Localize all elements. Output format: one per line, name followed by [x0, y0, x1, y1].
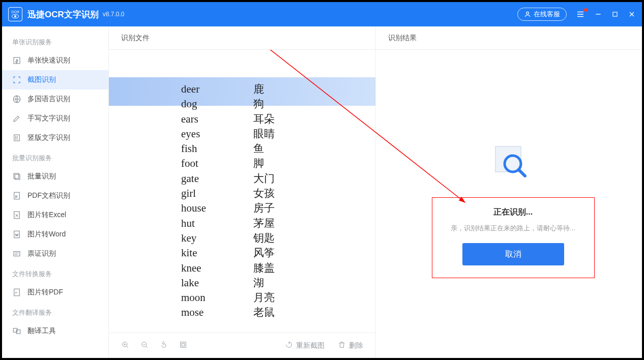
sidebar-item-single-quick[interactable]: 单张快速识别 [2, 51, 108, 70]
sidebar-item-handwriting[interactable]: 手写文字识别 [2, 109, 108, 128]
table-row: eyes眼睛 [181, 127, 275, 141]
sidebar-item-vertical[interactable]: 竖版文字识别 [2, 128, 108, 147]
sidebar-item-label: 票证识别 [27, 249, 56, 258]
svg-rect-16 [14, 212, 20, 219]
table-row: mose老鼠 [181, 306, 275, 319]
sidebar-item-label: 翻译工具 [27, 326, 56, 336]
file-toolbar: 重新截图 删除 [109, 333, 375, 358]
word-en: knee [181, 261, 252, 275]
progress-subtitle: 亲，识别结果正在来的路上，请耐心等待... [441, 224, 586, 233]
screenshot-icon [12, 75, 21, 84]
svg-rect-14 [14, 173, 19, 178]
minimize-button[interactable] [594, 10, 602, 18]
table-row: house房子 [181, 201, 275, 215]
word-en: eyes [181, 127, 252, 141]
word-en: hut [181, 217, 252, 230]
sidebar-item-label: 图片转PDF [27, 288, 63, 297]
svg-rect-10 [14, 135, 20, 141]
word-en: fish [181, 142, 252, 156]
delete-button[interactable]: 删除 [338, 341, 363, 350]
online-support-button[interactable]: 在线客服 [517, 8, 567, 21]
word-zh: 茅屋 [253, 217, 275, 230]
word-table: deer鹿dog狗ears耳朵eyes眼睛fish鱼foot脚gate大门gir… [180, 81, 276, 321]
svg-rect-33 [182, 343, 184, 346]
table-row: hut茅屋 [181, 217, 275, 230]
single-quick-icon [12, 56, 21, 65]
word-en: deer [181, 82, 252, 96]
word-zh: 耳朵 [253, 112, 275, 126]
search-loading-icon [490, 141, 531, 182]
sidebar-group-header: 文件翻译服务 [2, 302, 108, 321]
sidebar-item-translate[interactable]: 翻译工具 [2, 321, 108, 341]
zoom-in-button[interactable] [121, 341, 129, 350]
word-en: dog [181, 97, 252, 111]
word-zh: 膝盖 [253, 261, 275, 275]
content-body: deer鹿dog狗ears耳朵eyes眼睛fish鱼foot脚gate大门gir… [109, 50, 642, 358]
sidebar-item-label: 竖版文字识别 [27, 133, 70, 142]
sidebar-item-ticket[interactable]: 票证识别 [2, 244, 108, 263]
app-version: v8.7.0.0 [103, 11, 125, 18]
sidebar-group-header: 批量识别服务 [2, 147, 108, 167]
sidebar-item-label: 单张快速识别 [27, 56, 70, 65]
notification-dot-icon [584, 8, 588, 12]
vertical-icon [12, 133, 21, 142]
close-button[interactable] [628, 10, 636, 18]
sidebar-item-img-pdf[interactable]: P图片转PDF [2, 283, 108, 302]
sidebar-item-label: 多国语言识别 [27, 95, 70, 104]
sidebar: 单张识别服务单张快速识别截图识别多国语言识别手写文字识别竖版文字识别批量识别服务… [2, 26, 109, 358]
recapture-button[interactable]: 重新截图 [285, 341, 325, 350]
sidebar-item-label: 手写文字识别 [27, 114, 70, 123]
word-en: ears [181, 112, 252, 126]
word-zh: 狗 [253, 97, 275, 111]
svg-rect-5 [613, 12, 617, 16]
word-zh: 脚 [253, 157, 275, 170]
word-en: house [181, 201, 252, 215]
result-panel: 正在识别... 亲，识别结果正在来的路上，请耐心等待... 取消 [376, 50, 642, 358]
table-row: fish鱼 [181, 142, 275, 156]
word-en: mose [181, 306, 252, 319]
word-zh: 月亮 [253, 291, 275, 305]
word-en: girl [181, 187, 252, 200]
word-en: lake [181, 276, 252, 290]
cancel-button[interactable]: 取消 [462, 243, 564, 265]
sidebar-item-label: 批量识别 [27, 172, 56, 181]
word-zh: 眼睛 [253, 127, 275, 141]
handwriting-icon [12, 114, 21, 123]
maximize-button[interactable] [611, 11, 619, 18]
menu-button[interactable] [576, 10, 585, 19]
pdf-doc-icon [12, 191, 21, 200]
word-en: moon [181, 291, 252, 305]
titlebar: OCR 迅捷OCR文字识别 v8.7.0.0 在线客服 [2, 2, 642, 26]
sidebar-item-screenshot[interactable]: 截图识别 [2, 70, 108, 89]
sidebar-item-img-excel[interactable]: 图片转Excel [2, 205, 108, 225]
fit-button[interactable] [179, 341, 187, 350]
file-panel: deer鹿dog狗ears耳朵eyes眼睛fish鱼foot脚gate大门gir… [109, 50, 376, 358]
zoom-out-button[interactable] [140, 341, 149, 350]
app-window: OCR 迅捷OCR文字识别 v8.7.0.0 在线客服 单张识 [2, 2, 642, 358]
sidebar-item-img-word[interactable]: 图片转Word [2, 225, 108, 244]
word-en: gate [181, 172, 252, 186]
sidebar-item-batch[interactable]: 批量识别 [2, 167, 108, 186]
sidebar-item-multilang[interactable]: 多国语言识别 [2, 89, 108, 109]
rotate-button[interactable] [160, 341, 168, 350]
content-header: 识别文件 识别结果 [109, 26, 642, 50]
word-zh: 老鼠 [253, 306, 275, 319]
multilang-icon [12, 95, 21, 104]
table-row: deer鹿 [181, 82, 275, 96]
table-row: ears耳朵 [181, 112, 275, 126]
table-row: key钥匙 [181, 231, 275, 245]
sidebar-item-pdf-doc[interactable]: PDF文档识别 [2, 186, 108, 205]
word-zh: 房子 [253, 201, 275, 215]
word-en: key [181, 231, 252, 245]
word-en: kite [181, 246, 252, 260]
app-title: 迅捷OCR文字识别 [27, 9, 99, 20]
word-zh: 风筝 [253, 246, 275, 260]
svg-line-28 [127, 346, 128, 348]
progress-title: 正在识别... [441, 207, 586, 218]
table-row: foot脚 [181, 157, 275, 170]
result-header-label: 识别结果 [376, 26, 642, 49]
table-row: lake湖 [181, 276, 275, 290]
word-zh: 湖 [253, 276, 275, 290]
img-word-icon [12, 230, 21, 239]
table-row: moon月亮 [181, 291, 275, 305]
